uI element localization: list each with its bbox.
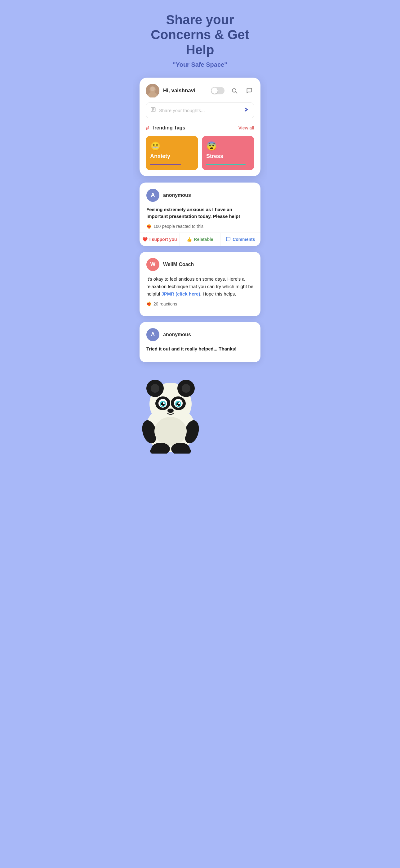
hero-section: Share your Concerns & Get Help "Your Saf…: [139, 12, 261, 68]
panda-svg: [139, 368, 205, 454]
post-card-2: W WellM Coach It's okay to feel anxious …: [139, 252, 261, 316]
post-card-3: A anonymous Tried it out and it really h…: [139, 322, 261, 363]
anxiety-label: Anxiety: [150, 153, 194, 160]
action-bar-1: ❤️ I support you 👍 Relatable Comments: [139, 232, 261, 246]
avatar-coach: W: [146, 258, 159, 271]
post-header-2: W WellM Coach: [146, 258, 254, 271]
tag-anxiety[interactable]: 😬 Anxiety: [146, 136, 198, 170]
svg-point-27: [161, 405, 163, 406]
comments-button[interactable]: Comments: [221, 233, 261, 246]
username-2: WellM Coach: [163, 262, 194, 267]
edit-icon: [151, 107, 156, 114]
share-placeholder: Share your thoughts...: [159, 108, 240, 113]
greeting-text: Hi, vaishnavi: [163, 88, 195, 94]
hero-title: Share your Concerns & Get Help: [139, 12, 261, 57]
stress-bar: [206, 164, 245, 165]
hash-icon: #: [146, 124, 149, 132]
avatar: [146, 84, 159, 97]
share-input-box[interactable]: Share your thoughts...: [146, 102, 254, 118]
reactions-2: ❤️‍🔥 20 reactions: [146, 302, 254, 306]
send-button[interactable]: [243, 106, 249, 114]
search-icon[interactable]: [229, 86, 239, 96]
username-3: anonymous: [163, 332, 191, 337]
reaction-icon-1: ❤️‍🔥: [146, 224, 152, 229]
heart-icon: ❤️: [142, 237, 147, 242]
post-header-3: A anonymous: [146, 328, 254, 341]
comment-icon: [226, 237, 231, 243]
svg-point-28: [177, 405, 178, 406]
post-body-3: Tried it out and it really helped... Tha…: [146, 345, 254, 353]
reaction-count-1: 100 people reacted to this: [154, 224, 203, 229]
trending-title: # Trending Tags: [146, 124, 185, 132]
stress-label: Stress: [206, 153, 250, 160]
avatar-anon-1: A: [146, 189, 159, 202]
post-card-1: A anonymous Feeling extremely anxious as…: [139, 183, 261, 246]
tag-stress[interactable]: 😨 Stress: [202, 136, 254, 170]
app-header: Hi, vaishnavi: [146, 84, 254, 97]
relatable-button[interactable]: 👍 Relatable: [180, 233, 220, 246]
reaction-icon-2: ❤️‍🔥: [146, 302, 152, 306]
svg-point-16: [182, 384, 190, 393]
svg-point-32: [155, 417, 187, 445]
view-all-button[interactable]: View all: [238, 125, 254, 130]
svg-point-29: [167, 408, 174, 413]
post-header-1: A anonymous: [146, 189, 254, 202]
app-header-left: Hi, vaishnavi: [146, 84, 195, 97]
reactions-1: ❤️‍🔥 100 people reacted to this: [146, 224, 254, 229]
jpmr-link[interactable]: JPMR (click here): [161, 291, 200, 297]
panda-illustration: [139, 368, 205, 455]
post-body-2: It's okay to feel anxious on some days. …: [146, 275, 254, 298]
toggle-button[interactable]: [211, 87, 225, 94]
thumbup-icon: 👍: [187, 237, 192, 242]
support-button[interactable]: ❤️ I support you: [139, 233, 180, 246]
username-1: anonymous: [163, 192, 191, 198]
svg-point-25: [163, 402, 165, 404]
anxiety-bar: [150, 164, 181, 165]
avatar-anon-3: A: [146, 328, 159, 341]
trending-header: # Trending Tags View all: [146, 124, 254, 132]
header-icons: [211, 86, 254, 96]
svg-point-26: [178, 402, 180, 404]
svg-point-3: [151, 87, 155, 91]
stress-emoji: 😨: [206, 141, 250, 151]
svg-point-14: [151, 384, 159, 393]
hero-subtitle: "Your Safe Space": [139, 61, 261, 68]
message-icon[interactable]: [244, 86, 254, 96]
panda-section: [139, 368, 261, 455]
post-body-1: Feeling extremely anxious as I have an i…: [146, 206, 254, 220]
svg-marker-10: [245, 107, 248, 112]
svg-line-5: [236, 92, 237, 93]
page-wrapper: Share your Concerns & Get Help "Your Saf…: [133, 0, 267, 455]
tags-row: 😬 Anxiety 😨 Stress: [146, 136, 254, 170]
reaction-count-2: 20 reactions: [154, 302, 177, 306]
anxiety-emoji: 😬: [150, 141, 194, 151]
app-card: Hi, vaishnavi: [139, 78, 261, 176]
coach-body-end: . Hope this helps.: [200, 291, 236, 297]
